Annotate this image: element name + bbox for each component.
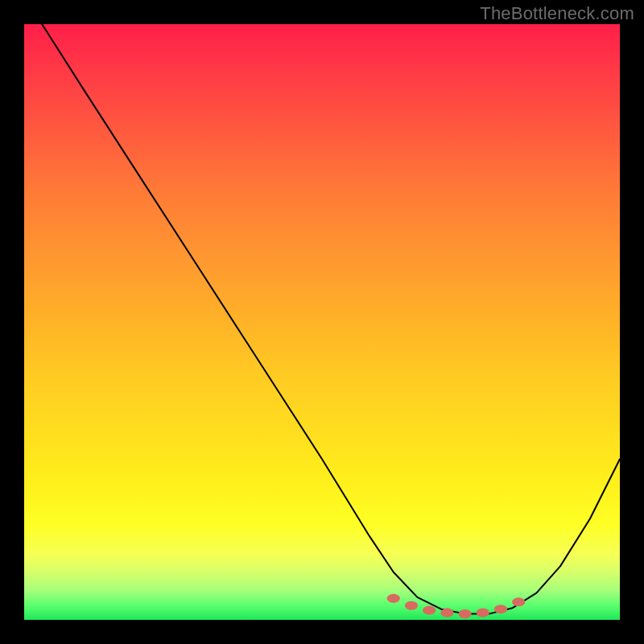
curve-svg	[24, 24, 620, 620]
marker-dot	[423, 606, 436, 615]
marker-dot	[387, 594, 400, 603]
marker-dot	[458, 609, 471, 618]
marker-dot	[477, 609, 489, 617]
bottleneck-curve	[42, 24, 620, 614]
marker-dot	[405, 601, 418, 610]
bottleneck-markers	[387, 594, 526, 618]
watermark-text: TheBottleneck.com	[480, 3, 634, 24]
marker-dot	[440, 609, 453, 617]
chart-container: TheBottleneck.com	[0, 0, 644, 644]
marker-dot	[494, 605, 507, 613]
marker-dot	[512, 597, 525, 606]
